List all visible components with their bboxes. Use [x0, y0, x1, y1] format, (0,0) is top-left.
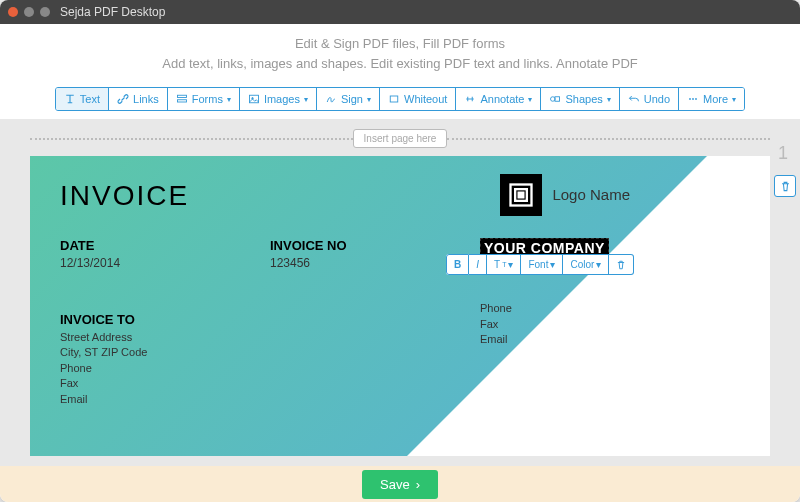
shapes-tool-button[interactable]: Shapes▾ — [541, 88, 619, 110]
annotate-icon — [464, 93, 476, 105]
link-icon — [117, 93, 129, 105]
more-button[interactable]: More▾ — [679, 88, 744, 110]
insert-page-button[interactable]: Insert page here — [353, 129, 448, 148]
company-fax[interactable]: Fax — [480, 317, 740, 332]
image-icon — [248, 93, 260, 105]
window-title: Sejda PDF Desktop — [60, 5, 165, 19]
bill-street[interactable]: Street Address — [60, 330, 270, 345]
whiteout-tool-button[interactable]: Whiteout — [380, 88, 456, 110]
svg-point-8 — [692, 98, 694, 100]
forms-tool-button[interactable]: Forms▾ — [168, 88, 240, 110]
size-button[interactable]: TT▾ — [487, 254, 521, 275]
footer-bar: Save › — [0, 466, 800, 502]
trash-icon — [780, 181, 791, 192]
caret-down-icon: ▾ — [227, 95, 231, 104]
bill-city[interactable]: City, ST ZIP Code — [60, 345, 270, 360]
window-titlebar: Sejda PDF Desktop — [0, 0, 800, 24]
trash-icon — [616, 260, 626, 270]
caret-down-icon: ▾ — [596, 259, 601, 270]
whiteout-icon — [388, 93, 400, 105]
caret-down-icon: ▾ — [528, 95, 532, 104]
caret-down-icon: ▾ — [607, 95, 611, 104]
shapes-icon — [549, 93, 561, 105]
minimize-window-button[interactable] — [24, 7, 34, 17]
bill-email[interactable]: Email — [60, 392, 270, 407]
italic-button[interactable]: I — [469, 254, 487, 275]
svg-rect-1 — [177, 100, 186, 102]
images-tool-button[interactable]: Images▾ — [240, 88, 317, 110]
caret-down-icon: ▾ — [508, 259, 513, 270]
invoice-title[interactable]: INVOICE — [60, 180, 740, 212]
svg-point-9 — [695, 98, 697, 100]
logo-icon — [500, 174, 542, 216]
date-label[interactable]: DATE — [60, 238, 270, 253]
page-number: 1 — [778, 143, 788, 164]
more-icon — [687, 93, 699, 105]
caret-down-icon: ▾ — [367, 95, 371, 104]
delete-text-button[interactable] — [609, 254, 634, 275]
company-email[interactable]: Email — [480, 332, 740, 347]
caret-down-icon: ▾ — [304, 95, 308, 104]
main-toolbar: Text Links Forms▾ Images▾ Sign▾ Whiteout — [0, 87, 800, 119]
links-tool-button[interactable]: Links — [109, 88, 168, 110]
logo-placeholder[interactable]: Logo Name — [500, 174, 630, 216]
document-page[interactable]: Logo Name INVOICE DATE 12/13/2014 INVOIC… — [30, 156, 770, 456]
svg-rect-0 — [177, 95, 186, 97]
invoice-to-label[interactable]: INVOICE TO — [60, 312, 270, 327]
logo-text: Logo Name — [552, 186, 630, 204]
forms-icon — [176, 93, 188, 105]
undo-button[interactable]: Undo — [620, 88, 679, 110]
bill-fax[interactable]: Fax — [60, 376, 270, 391]
workspace: Insert page here 1 Logo Name INVOICE DAT… — [0, 119, 800, 466]
chevron-right-icon: › — [416, 477, 420, 492]
svg-rect-2 — [249, 95, 258, 103]
svg-point-7 — [689, 98, 691, 100]
annotate-tool-button[interactable]: Annotate▾ — [456, 88, 541, 110]
text-icon — [64, 93, 76, 105]
svg-rect-12 — [519, 193, 524, 198]
close-window-button[interactable] — [8, 7, 18, 17]
svg-rect-4 — [390, 96, 398, 102]
invoiceno-label[interactable]: INVOICE NO — [270, 238, 480, 253]
company-phone[interactable]: Phone — [480, 301, 740, 316]
maximize-window-button[interactable] — [40, 7, 50, 17]
text-tool-button[interactable]: Text — [56, 88, 109, 110]
color-button[interactable]: Color▾ — [563, 254, 609, 275]
caret-down-icon: ▾ — [732, 95, 736, 104]
save-button[interactable]: Save › — [362, 470, 438, 499]
sign-tool-button[interactable]: Sign▾ — [317, 88, 380, 110]
bill-phone[interactable]: Phone — [60, 361, 270, 376]
text-format-toolbar: B I TT▾ Font▾ Color▾ — [446, 254, 634, 275]
svg-point-5 — [551, 97, 556, 102]
caret-down-icon: ▾ — [550, 259, 555, 270]
date-value[interactable]: 12/13/2014 — [60, 256, 270, 270]
bold-button[interactable]: B — [446, 254, 469, 275]
undo-icon — [628, 93, 640, 105]
header-description: Edit & Sign PDF files, Fill PDF forms Ad… — [0, 24, 800, 87]
font-button[interactable]: Font▾ — [521, 254, 563, 275]
svg-rect-6 — [555, 97, 560, 102]
delete-page-button[interactable] — [774, 175, 796, 197]
sign-icon — [325, 93, 337, 105]
